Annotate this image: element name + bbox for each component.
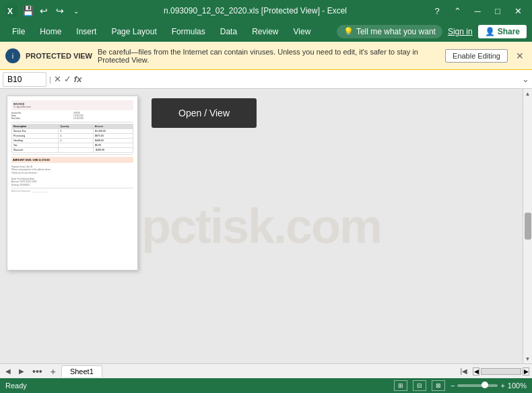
save-icon[interactable]: 💾: [22, 5, 34, 17]
formula-input[interactable]: [84, 75, 519, 84]
title-bar-left: X 💾 ↩ ↪ ⌄: [5, 5, 82, 17]
ready-label: Ready: [5, 382, 27, 390]
scroll-thumb[interactable]: [525, 213, 531, 240]
layout-view-button[interactable]: ⊟: [413, 380, 426, 391]
menu-review[interactable]: Review: [245, 24, 285, 39]
menu-bar-right: 💡 Tell me what you want Sign in 👤 Share: [337, 25, 527, 38]
tab-add-button[interactable]: +: [48, 366, 59, 377]
redo-icon[interactable]: ↪: [54, 5, 66, 17]
menu-view[interactable]: View: [287, 24, 318, 39]
zoom-slider[interactable]: [457, 384, 498, 387]
enable-editing-button[interactable]: Enable Editing: [445, 49, 508, 63]
share-icon: 👤: [485, 27, 495, 36]
zoom-minus-button[interactable]: −: [451, 382, 455, 390]
page-break-view-button[interactable]: ⊠: [432, 380, 445, 391]
help-icon[interactable]: ?: [428, 2, 446, 20]
main-area: pctisk.com INVOICE To: Agent/Merchant In…: [0, 89, 532, 363]
options-icon[interactable]: ⌄: [70, 5, 82, 17]
hscroll-left-btn[interactable]: ◀: [473, 367, 479, 376]
vertical-scrollbar[interactable]: ▲ ▼: [523, 89, 532, 363]
menu-bar: File Home Insert Page Layout Formulas Da…: [0, 22, 532, 42]
cell-reference-input[interactable]: [3, 72, 46, 87]
menu-data[interactable]: Data: [213, 24, 244, 39]
scroll-up-arrow[interactable]: ▲: [523, 89, 533, 98]
menu-insert[interactable]: Insert: [69, 24, 103, 39]
cancel-formula-icon[interactable]: ✕: [54, 74, 61, 84]
menu-formulas[interactable]: Formulas: [165, 24, 212, 39]
excel-logo-icon: X: [5, 5, 18, 17]
watermark: pctisk.com: [141, 199, 381, 254]
tab-dots-button[interactable]: •••: [30, 366, 45, 377]
lightbulb-icon: 💡: [343, 27, 354, 36]
horizontal-scroll-left[interactable]: |◀: [457, 366, 470, 376]
undo-icon[interactable]: ↩: [38, 5, 50, 17]
menu-page-layout[interactable]: Page Layout: [104, 24, 163, 39]
tab-bar: ◀ ▶ ••• + Sheet1 |◀ ◀ ▶: [0, 363, 532, 378]
document-preview: INVOICE To: Agent/Merchant Invoice No.Da…: [7, 96, 138, 271]
share-button[interactable]: 👤 Share: [478, 25, 527, 38]
formula-expand-icon[interactable]: ⌄: [522, 74, 529, 84]
ribbon-toggle-icon[interactable]: ⌃: [448, 2, 466, 20]
tab-next-button[interactable]: ▶: [16, 366, 27, 376]
tab-bar-right: |◀ ◀ ▶: [457, 366, 529, 376]
title-bar: X 💾 ↩ ↪ ⌄ n.093090_12_02_2020.xls [Prote…: [0, 0, 532, 22]
invoice-amount: AMOUNT DUE: USD 2,573.60: [11, 157, 133, 163]
document-content: INVOICE To: Agent/Merchant Invoice No.Da…: [11, 100, 133, 266]
protected-view-bar: i PROTECTED VIEW Be careful—files from t…: [0, 42, 532, 70]
protected-view-close-button[interactable]: ✕: [513, 50, 527, 61]
formula-icons: ✕ ✓ fx: [54, 74, 82, 84]
minimize-button[interactable]: ─: [469, 2, 486, 20]
maximize-button[interactable]: □: [489, 2, 506, 20]
horizontal-scrollbar[interactable]: ◀ ▶: [473, 367, 529, 376]
zoom-plus-button[interactable]: +: [500, 382, 504, 390]
tab-prev-button[interactable]: ◀: [3, 366, 13, 376]
sheet1-tab[interactable]: Sheet1: [61, 365, 102, 377]
formula-divider: |: [49, 75, 51, 83]
zoom-control: − + 100%: [451, 382, 527, 390]
status-bar-right: ⊞ ⊟ ⊠ − + 100%: [394, 380, 527, 391]
protected-view-badge: PROTECTED VIEW: [26, 52, 92, 60]
shield-icon: i: [5, 48, 20, 63]
hscroll-track[interactable]: [481, 368, 521, 375]
zoom-level-label: 100%: [508, 382, 527, 390]
sheet-area: pctisk.com INVOICE To: Agent/Merchant In…: [0, 89, 523, 363]
title-bar-controls: ? ⌃ ─ □ ✕: [428, 2, 527, 20]
tell-me-text: Tell me what you want: [356, 27, 436, 36]
svg-text:X: X: [7, 7, 13, 16]
hscroll-right-btn[interactable]: ▶: [523, 367, 529, 376]
scroll-down-arrow[interactable]: ▼: [523, 354, 533, 363]
open-view-button[interactable]: Open / View: [152, 98, 257, 128]
share-label: Share: [498, 27, 520, 36]
confirm-formula-icon[interactable]: ✓: [64, 74, 71, 84]
menu-file[interactable]: File: [5, 24, 32, 39]
sign-in-button[interactable]: Sign in: [448, 27, 473, 36]
close-button[interactable]: ✕: [509, 2, 527, 20]
function-icon[interactable]: fx: [74, 74, 82, 84]
window-title: n.093090_12_02_2020.xls [Protected View]…: [82, 6, 428, 15]
formula-bar: | ✕ ✓ fx ⌄: [0, 70, 532, 89]
zoom-thumb: [481, 382, 488, 388]
protected-view-message: Be careful—files from the Internet can c…: [98, 48, 440, 64]
menu-home[interactable]: Home: [33, 24, 68, 39]
normal-view-button[interactable]: ⊞: [394, 380, 407, 391]
status-bar: Ready ⊞ ⊟ ⊠ − + 100%: [0, 378, 532, 393]
tell-me-box[interactable]: 💡 Tell me what you want: [337, 25, 442, 38]
